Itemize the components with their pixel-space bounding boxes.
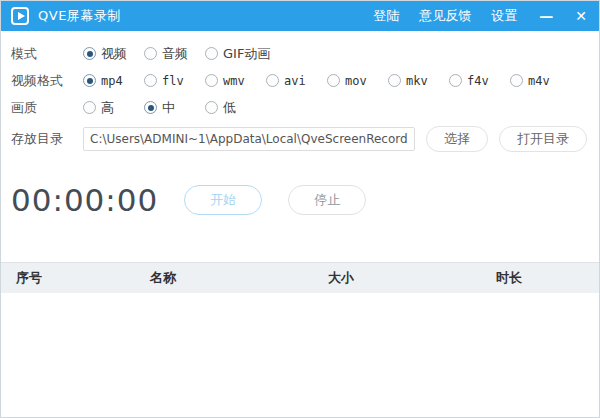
radio-icon bbox=[205, 74, 218, 87]
radio-label: 视频 bbox=[101, 45, 127, 63]
radio-icon bbox=[327, 74, 340, 87]
play-icon bbox=[18, 12, 25, 20]
select-directory-button[interactable]: 选择 bbox=[426, 126, 488, 152]
radio-icon bbox=[449, 74, 462, 87]
radio-label: 高 bbox=[101, 99, 114, 117]
format-option-mov[interactable]: mov bbox=[327, 74, 374, 88]
settings-link[interactable]: 设置 bbox=[491, 7, 517, 25]
radio-label: avi bbox=[284, 74, 306, 88]
radio-icon bbox=[83, 47, 96, 60]
mode-option-video[interactable]: 视频 bbox=[83, 45, 130, 63]
radio-icon bbox=[205, 47, 218, 60]
radio-label: m4v bbox=[528, 74, 550, 88]
directory-input[interactable] bbox=[83, 127, 415, 151]
radio-label: mov bbox=[345, 74, 367, 88]
minimize-button[interactable]: — bbox=[539, 9, 553, 23]
quality-option-medium[interactable]: 中 bbox=[144, 99, 191, 117]
radio-label: mp4 bbox=[101, 74, 123, 88]
settings-form: 模式 视频 音频 GIF动画 视频格式 mp4 flv bbox=[1, 31, 599, 155]
format-option-flv[interactable]: flv bbox=[144, 74, 191, 88]
radio-label: wmv bbox=[223, 74, 245, 88]
radio-label: flv bbox=[162, 74, 184, 88]
radio-icon bbox=[510, 74, 523, 87]
mode-option-audio[interactable]: 音频 bbox=[144, 45, 191, 63]
column-header-name: 名称 bbox=[150, 269, 328, 287]
column-header-duration: 时长 bbox=[496, 269, 599, 287]
format-option-m4v[interactable]: m4v bbox=[510, 74, 557, 88]
format-option-avi[interactable]: avi bbox=[266, 74, 313, 88]
radio-icon bbox=[388, 74, 401, 87]
radio-label: GIF动画 bbox=[223, 45, 270, 63]
recorder-controls: 00:00:00 开始 停止 bbox=[1, 182, 599, 218]
app-window: QVE屏幕录制 登陆 意见反馈 设置 — ✕ 模式 视频 音频 GIF动画 bbox=[0, 0, 600, 418]
column-header-index: 序号 bbox=[16, 269, 150, 287]
radio-icon bbox=[83, 74, 96, 87]
format-option-wmv[interactable]: wmv bbox=[205, 74, 252, 88]
app-logo-icon bbox=[11, 7, 29, 25]
app-title: QVE屏幕录制 bbox=[38, 7, 121, 25]
table-body bbox=[1, 293, 599, 417]
close-button[interactable]: ✕ bbox=[575, 9, 587, 23]
format-option-mkv[interactable]: mkv bbox=[388, 74, 435, 88]
radio-icon bbox=[266, 74, 279, 87]
format-row: 视频格式 mp4 flv wmv avi mov bbox=[11, 67, 589, 94]
quality-row: 画质 高 中 低 bbox=[11, 94, 589, 121]
open-directory-button[interactable]: 打开目录 bbox=[499, 126, 587, 152]
radio-icon bbox=[144, 47, 157, 60]
format-label: 视频格式 bbox=[11, 72, 83, 90]
radio-label: 中 bbox=[162, 99, 175, 117]
mode-row: 模式 视频 音频 GIF动画 bbox=[11, 40, 589, 67]
radio-label: f4v bbox=[467, 74, 489, 88]
stop-button[interactable]: 停止 bbox=[288, 185, 366, 215]
mode-option-gif[interactable]: GIF动画 bbox=[205, 45, 270, 63]
feedback-link[interactable]: 意见反馈 bbox=[419, 7, 471, 25]
titlebar: QVE屏幕录制 登陆 意见反馈 设置 — ✕ bbox=[1, 1, 599, 31]
radio-icon bbox=[144, 101, 157, 114]
mode-label: 模式 bbox=[11, 45, 83, 63]
login-link[interactable]: 登陆 bbox=[373, 7, 399, 25]
radio-label: 音频 bbox=[162, 45, 188, 63]
table-header-row: 序号 名称 大小 时长 bbox=[1, 262, 599, 293]
radio-icon bbox=[83, 101, 96, 114]
quality-label: 画质 bbox=[11, 99, 83, 117]
quality-option-low[interactable]: 低 bbox=[205, 99, 252, 117]
radio-label: 低 bbox=[223, 99, 236, 117]
column-header-size: 大小 bbox=[328, 269, 496, 287]
directory-label: 存放目录 bbox=[11, 130, 83, 148]
radio-label: mkv bbox=[406, 74, 428, 88]
radio-icon bbox=[205, 101, 218, 114]
radio-icon bbox=[144, 74, 157, 87]
start-button[interactable]: 开始 bbox=[184, 185, 262, 215]
directory-row: 存放目录 选择 打开目录 bbox=[11, 123, 589, 155]
format-option-mp4[interactable]: mp4 bbox=[83, 74, 130, 88]
recording-timer: 00:00:00 bbox=[11, 182, 158, 218]
quality-option-high[interactable]: 高 bbox=[83, 99, 130, 117]
recordings-table: 序号 名称 大小 时长 bbox=[1, 262, 599, 417]
format-option-f4v[interactable]: f4v bbox=[449, 74, 496, 88]
